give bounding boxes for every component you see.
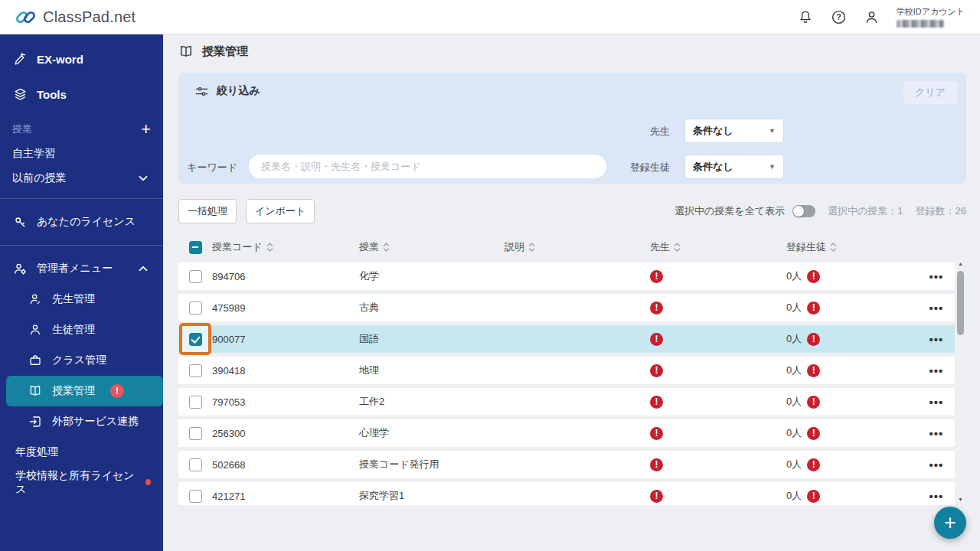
sidebar-item-lesson-management[interactable]: 授業管理 ! (6, 376, 163, 406)
sidebar-item-student-management[interactable]: 生徒管理 (0, 315, 163, 345)
sidebar: EX-word Tools 授業 + 自主学習 以前の授業 (0, 34, 163, 551)
alert-badge: ! (110, 384, 124, 398)
bulk-action-button[interactable]: 一括処理 (178, 199, 237, 223)
table-row[interactable]: 390418 地理 ! 0人 ! ••• (178, 357, 955, 384)
row-students-cell: 0人 ! (780, 426, 918, 440)
row-checkbox[interactable] (189, 396, 202, 409)
row-menu-icon[interactable]: ••• (929, 302, 944, 314)
import-button[interactable]: インポート (246, 199, 315, 223)
row-menu-icon[interactable]: ••• (929, 271, 944, 282)
row-checkbox-cell (178, 357, 212, 384)
table-row[interactable]: 502668 授業コード発行用 ! 0人 ! ••• (178, 451, 955, 478)
row-students-cell: 0人 ! (780, 364, 918, 377)
sort-icon[interactable] (383, 242, 390, 253)
notifications-bell-icon[interactable] (798, 9, 814, 25)
scrollbar-thumb[interactable] (957, 271, 964, 335)
account-name-redacted (897, 20, 944, 28)
students-alert-icon: ! (807, 302, 820, 315)
students-alert-icon: ! (807, 396, 820, 409)
sort-icon[interactable] (528, 242, 535, 253)
row-students: 0人 (786, 395, 802, 409)
sidebar-item-previous-classes[interactable]: 以前の授業 (0, 166, 163, 191)
table-row[interactable]: 256300 心理学 ! 0人 ! ••• (178, 419, 955, 447)
logo-text: ClassPad.net (43, 8, 136, 26)
filter-title: 絞り込み (217, 84, 260, 98)
teacher-alert-icon: ! (650, 270, 663, 283)
column-header-code[interactable]: 授業コード (212, 240, 359, 254)
row-checkbox[interactable] (189, 302, 202, 315)
row-name: 授業コード発行用 (359, 458, 505, 471)
row-checkbox[interactable] (189, 490, 202, 503)
sidebar-divider (0, 245, 163, 246)
column-header-description[interactable]: 説明 (505, 240, 650, 254)
row-menu-icon[interactable]: ••• (929, 396, 944, 408)
sort-icon[interactable] (266, 242, 273, 253)
select-all-checkbox[interactable] (189, 241, 202, 254)
row-menu-icon[interactable]: ••• (929, 459, 944, 471)
sidebar-item-year-processing[interactable]: 年度処理 (0, 437, 163, 468)
table-row[interactable]: 475989 古典 ! 0人 ! ••• (178, 294, 955, 321)
sidebar-label: クラス管理 (52, 354, 106, 367)
help-icon[interactable]: ? (831, 9, 847, 25)
row-checkbox[interactable] (189, 333, 202, 346)
table-row[interactable]: 900077 国語 ! 0人 ! ••• (178, 325, 955, 353)
row-name: 探究学習1 (359, 489, 505, 503)
class-briefcase-icon (28, 353, 43, 368)
row-teacher-cell: ! (650, 333, 780, 346)
scroll-down-icon[interactable]: ▼ (958, 496, 963, 505)
row-menu-icon[interactable]: ••• (929, 428, 944, 439)
account-person-icon[interactable] (864, 9, 880, 25)
sidebar-item-class-management[interactable]: クラス管理 (0, 345, 163, 376)
row-checkbox[interactable] (189, 270, 202, 283)
table-body-rows: 894706 化学 ! 0人 ! ••• 475989 古典 ! 0人 ! ••… (178, 262, 955, 505)
sort-icon[interactable] (674, 242, 681, 253)
row-checkbox[interactable] (189, 364, 202, 377)
column-header-name[interactable]: 授業 (359, 240, 505, 254)
sidebar-item-admin-menu[interactable]: 管理者メニュー (0, 253, 163, 284)
add-class-icon[interactable]: + (141, 121, 151, 138)
sidebar-label: Tools (37, 88, 67, 101)
row-checkbox[interactable] (189, 458, 202, 471)
row-menu-icon[interactable]: ••• (929, 491, 944, 502)
teacher-filter-dropdown[interactable]: 条件なし ▼ (685, 119, 783, 142)
table-scrollbar[interactable]: ▲ ▼ (955, 262, 966, 505)
clear-filter-button[interactable]: クリア (903, 81, 957, 104)
students-filter-dropdown[interactable]: 条件なし ▼ (685, 155, 783, 178)
svg-text:?: ? (836, 13, 841, 21)
row-menu-icon[interactable]: ••• (929, 365, 944, 377)
sidebar-item-tools[interactable]: Tools (0, 79, 163, 109)
sidebar-item-your-license[interactable]: あなたのライセンス (0, 207, 163, 237)
sort-icon[interactable] (830, 242, 837, 253)
show-selected-toggle[interactable] (792, 205, 815, 217)
column-header-teacher[interactable]: 先生 (650, 240, 780, 254)
table-row[interactable]: 797053 工作2 ! 0人 ! ••• (178, 388, 955, 416)
dropdown-caret-icon: ▼ (769, 163, 776, 171)
row-checkbox[interactable] (189, 427, 202, 440)
row-students-cell: 0人 ! (780, 489, 918, 503)
table-row[interactable]: 894706 化学 ! 0人 ! ••• (178, 262, 955, 290)
teacher-alert-icon: ! (650, 490, 663, 503)
keyword-search-input[interactable] (249, 155, 606, 178)
row-students-cell: 0人 ! (780, 395, 918, 409)
sidebar-item-teacher-management[interactable]: 先生管理 (0, 284, 163, 315)
column-header-students[interactable]: 登録生徒 (780, 240, 918, 254)
row-menu-icon[interactable]: ••• (929, 334, 944, 345)
account-info[interactable]: 学校IDアカウント (897, 6, 965, 28)
tools-layers-icon (12, 86, 28, 102)
header-checkbox-cell (178, 232, 212, 262)
sidebar-item-self-study[interactable]: 自主学習 (0, 142, 163, 166)
scroll-up-icon[interactable]: ▲ (958, 262, 963, 269)
sidebar-item-external-services[interactable]: 外部サービス連携 (0, 406, 163, 437)
sidebar-item-exword[interactable]: EX-word (0, 44, 163, 74)
page-title-text: 授業管理 (202, 44, 248, 59)
row-code: 390418 (212, 365, 359, 377)
sidebar-label: 外部サービス連携 (52, 415, 139, 429)
row-students-cell: 0人 ! (780, 301, 918, 315)
table-row[interactable]: 421271 探究学習1 ! 0人 ! ••• (178, 482, 955, 505)
sidebar-item-school-info[interactable]: 学校情報と所有ライセンス (0, 468, 163, 498)
add-lesson-fab-button[interactable]: + (934, 507, 966, 539)
row-students: 0人 (786, 426, 802, 440)
chevron-up-icon (136, 261, 151, 276)
logo[interactable]: ClassPad.net (15, 7, 136, 28)
row-teacher-cell: ! (650, 490, 780, 503)
